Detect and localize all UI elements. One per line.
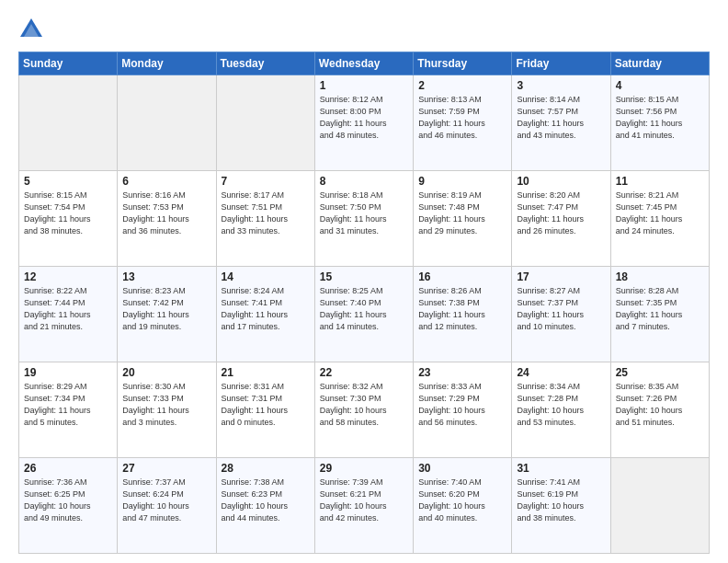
day-info: Sunrise: 8:29 AM Sunset: 7:34 PM Dayligh…: [24, 381, 112, 429]
day-cell-24: 24Sunrise: 8:34 AM Sunset: 7:28 PM Dayli…: [512, 362, 610, 458]
week-row-1: 5Sunrise: 8:15 AM Sunset: 7:54 PM Daylig…: [19, 171, 710, 267]
weekday-monday: Monday: [118, 52, 216, 75]
day-info: Sunrise: 8:30 AM Sunset: 7:33 PM Dayligh…: [122, 381, 210, 429]
day-info: Sunrise: 7:39 AM Sunset: 6:21 PM Dayligh…: [320, 477, 408, 524]
day-number: 16: [418, 270, 506, 283]
day-cell-16: 16Sunrise: 8:26 AM Sunset: 7:38 PM Dayli…: [414, 267, 512, 362]
empty-cell: [610, 458, 709, 554]
day-info: Sunrise: 8:17 AM Sunset: 7:51 PM Dayligh…: [222, 190, 310, 237]
day-cell-3: 3Sunrise: 8:14 AM Sunset: 7:57 PM Daylig…: [512, 75, 610, 171]
day-number: 23: [418, 366, 506, 379]
day-number: 13: [122, 270, 210, 283]
day-number: 30: [418, 462, 506, 475]
day-cell-18: 18Sunrise: 8:28 AM Sunset: 7:35 PM Dayli…: [610, 267, 709, 362]
header: [18, 17, 710, 42]
day-number: 9: [418, 175, 506, 188]
day-number: 15: [320, 270, 408, 283]
day-info: Sunrise: 8:35 AM Sunset: 7:26 PM Dayligh…: [616, 381, 704, 429]
day-cell-27: 27Sunrise: 7:37 AM Sunset: 6:24 PM Dayli…: [118, 458, 216, 554]
day-number: 1: [320, 79, 408, 92]
weekday-saturday: Saturday: [610, 52, 709, 75]
day-info: Sunrise: 8:28 AM Sunset: 7:35 PM Dayligh…: [616, 285, 704, 333]
day-info: Sunrise: 8:22 AM Sunset: 7:44 PM Dayligh…: [24, 285, 112, 333]
day-cell-10: 10Sunrise: 8:20 AM Sunset: 7:47 PM Dayli…: [512, 171, 610, 267]
day-number: 22: [320, 366, 408, 379]
day-info: Sunrise: 8:16 AM Sunset: 7:53 PM Dayligh…: [122, 190, 210, 237]
day-number: 29: [320, 462, 408, 475]
day-info: Sunrise: 7:38 AM Sunset: 6:23 PM Dayligh…: [222, 477, 310, 524]
day-info: Sunrise: 8:32 AM Sunset: 7:30 PM Dayligh…: [320, 381, 408, 429]
day-info: Sunrise: 8:20 AM Sunset: 7:47 PM Dayligh…: [517, 190, 605, 237]
weekday-friday: Friday: [512, 52, 610, 75]
day-cell-9: 9Sunrise: 8:19 AM Sunset: 7:48 PM Daylig…: [414, 171, 512, 267]
weekday-tuesday: Tuesday: [216, 52, 314, 75]
day-cell-26: 26Sunrise: 7:36 AM Sunset: 6:25 PM Dayli…: [19, 458, 118, 554]
day-number: 2: [418, 79, 506, 92]
day-info: Sunrise: 8:19 AM Sunset: 7:48 PM Dayligh…: [418, 190, 506, 237]
day-cell-29: 29Sunrise: 7:39 AM Sunset: 6:21 PM Dayli…: [314, 458, 413, 554]
day-cell-7: 7Sunrise: 8:17 AM Sunset: 7:51 PM Daylig…: [216, 171, 314, 267]
day-info: Sunrise: 8:24 AM Sunset: 7:41 PM Dayligh…: [222, 285, 310, 333]
empty-cell: [118, 75, 216, 171]
day-number: 27: [122, 462, 210, 475]
day-cell-23: 23Sunrise: 8:33 AM Sunset: 7:29 PM Dayli…: [414, 362, 512, 458]
calendar-table: SundayMondayTuesdayWednesdayThursdayFrid…: [18, 52, 710, 554]
day-number: 8: [320, 175, 408, 188]
day-cell-4: 4Sunrise: 8:15 AM Sunset: 7:56 PM Daylig…: [610, 75, 709, 171]
weekday-wednesday: Wednesday: [314, 52, 413, 75]
day-info: Sunrise: 8:15 AM Sunset: 7:54 PM Dayligh…: [24, 190, 112, 237]
day-info: Sunrise: 7:40 AM Sunset: 6:20 PM Dayligh…: [418, 477, 506, 524]
day-number: 25: [616, 366, 704, 379]
day-number: 6: [122, 175, 210, 188]
day-cell-30: 30Sunrise: 7:40 AM Sunset: 6:20 PM Dayli…: [414, 458, 512, 554]
day-number: 19: [24, 366, 112, 379]
day-info: Sunrise: 7:36 AM Sunset: 6:25 PM Dayligh…: [24, 477, 112, 524]
day-cell-25: 25Sunrise: 8:35 AM Sunset: 7:26 PM Dayli…: [610, 362, 709, 458]
empty-cell: [216, 75, 314, 171]
day-number: 24: [517, 366, 605, 379]
week-row-4: 26Sunrise: 7:36 AM Sunset: 6:25 PM Dayli…: [19, 458, 710, 554]
day-number: 7: [222, 175, 310, 188]
day-info: Sunrise: 8:23 AM Sunset: 7:42 PM Dayligh…: [122, 285, 210, 333]
day-cell-2: 2Sunrise: 8:13 AM Sunset: 7:59 PM Daylig…: [414, 75, 512, 171]
day-cell-14: 14Sunrise: 8:24 AM Sunset: 7:41 PM Dayli…: [216, 267, 314, 362]
empty-cell: [19, 75, 118, 171]
day-number: 26: [24, 462, 112, 475]
day-info: Sunrise: 8:12 AM Sunset: 8:00 PM Dayligh…: [320, 94, 408, 142]
weekday-sunday: Sunday: [19, 52, 118, 75]
day-info: Sunrise: 8:27 AM Sunset: 7:37 PM Dayligh…: [517, 285, 605, 333]
weekday-thursday: Thursday: [414, 52, 512, 75]
day-info: Sunrise: 8:13 AM Sunset: 7:59 PM Dayligh…: [418, 94, 506, 142]
day-info: Sunrise: 7:41 AM Sunset: 6:19 PM Dayligh…: [517, 477, 605, 524]
day-number: 18: [616, 270, 704, 283]
week-row-3: 19Sunrise: 8:29 AM Sunset: 7:34 PM Dayli…: [19, 362, 710, 458]
week-row-2: 12Sunrise: 8:22 AM Sunset: 7:44 PM Dayli…: [19, 267, 710, 362]
day-cell-28: 28Sunrise: 7:38 AM Sunset: 6:23 PM Dayli…: [216, 458, 314, 554]
day-cell-22: 22Sunrise: 8:32 AM Sunset: 7:30 PM Dayli…: [314, 362, 413, 458]
day-number: 20: [122, 366, 210, 379]
day-number: 11: [616, 175, 704, 188]
day-cell-13: 13Sunrise: 8:23 AM Sunset: 7:42 PM Dayli…: [118, 267, 216, 362]
day-info: Sunrise: 8:21 AM Sunset: 7:45 PM Dayligh…: [616, 190, 704, 237]
day-cell-5: 5Sunrise: 8:15 AM Sunset: 7:54 PM Daylig…: [19, 171, 118, 267]
day-info: Sunrise: 8:31 AM Sunset: 7:31 PM Dayligh…: [222, 381, 310, 429]
day-cell-1: 1Sunrise: 8:12 AM Sunset: 8:00 PM Daylig…: [314, 75, 413, 171]
day-info: Sunrise: 8:33 AM Sunset: 7:29 PM Dayligh…: [418, 381, 506, 429]
week-row-0: 1Sunrise: 8:12 AM Sunset: 8:00 PM Daylig…: [19, 75, 710, 171]
day-number: 17: [517, 270, 605, 283]
day-cell-17: 17Sunrise: 8:27 AM Sunset: 7:37 PM Dayli…: [512, 267, 610, 362]
logo: [18, 17, 48, 42]
weekday-header-row: SundayMondayTuesdayWednesdayThursdayFrid…: [19, 52, 710, 75]
day-number: 4: [616, 79, 704, 92]
day-cell-11: 11Sunrise: 8:21 AM Sunset: 7:45 PM Dayli…: [610, 171, 709, 267]
logo-icon: [18, 17, 44, 42]
day-info: Sunrise: 7:37 AM Sunset: 6:24 PM Dayligh…: [122, 477, 210, 524]
page: SundayMondayTuesdayWednesdayThursdayFrid…: [0, 0, 728, 563]
day-info: Sunrise: 8:34 AM Sunset: 7:28 PM Dayligh…: [517, 381, 605, 429]
day-cell-19: 19Sunrise: 8:29 AM Sunset: 7:34 PM Dayli…: [19, 362, 118, 458]
day-number: 12: [24, 270, 112, 283]
day-cell-6: 6Sunrise: 8:16 AM Sunset: 7:53 PM Daylig…: [118, 171, 216, 267]
day-number: 10: [517, 175, 605, 188]
day-cell-12: 12Sunrise: 8:22 AM Sunset: 7:44 PM Dayli…: [19, 267, 118, 362]
day-number: 21: [222, 366, 310, 379]
